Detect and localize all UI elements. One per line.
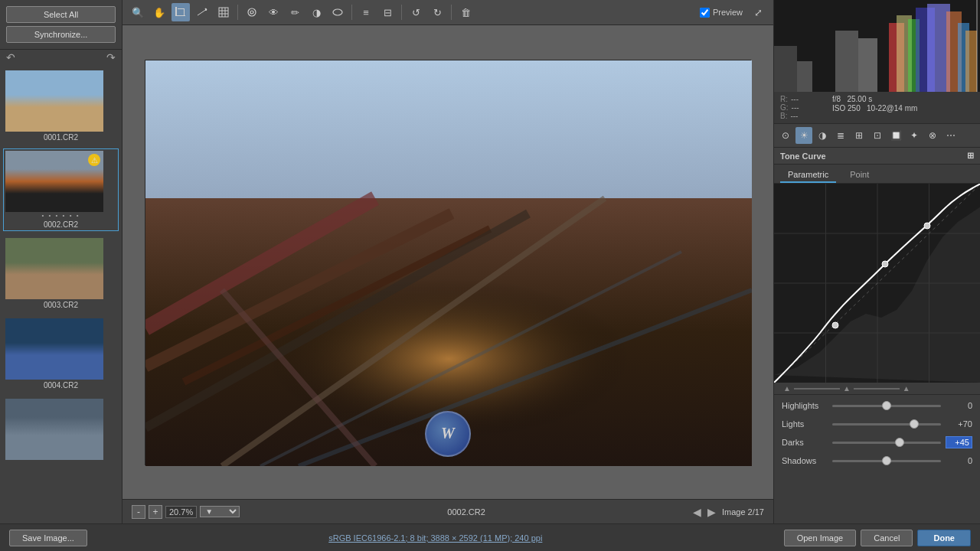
basic-tool-btn[interactable]: ☀ [795,127,812,144]
open-image-button[interactable]: Open Image [784,530,857,546]
svg-rect-2 [219,8,228,17]
svg-rect-23 [797,61,812,92]
shadows-track [832,460,941,462]
tab-point[interactable]: Point [842,168,877,183]
toolbar: 🔍 ✋ 👁 ✏ ◑ [122,0,773,25]
zoom-tool-btn[interactable]: 🔍 [129,3,147,21]
range-right-handle[interactable]: ▲ [903,384,910,393]
rotate-cw-btn[interactable]: ↻ [428,3,446,21]
cancel-button[interactable]: Cancel [861,530,913,546]
app-container: Select All Synchronize... ↶ ↷ 0001.CR2 ⚠ [0,0,980,551]
trash-btn[interactable]: 🗑 [456,3,475,21]
svg-rect-33 [965,31,977,92]
lights-track-container[interactable] [832,418,941,430]
thumbnail-area: 0001.CR2 ⚠ • • • • • • 0002.CR2 0003.CR2 [0,65,122,523]
histogram-area [774,0,980,92]
histogram-tool-btn[interactable]: ⊙ [777,127,794,144]
rotate-left-icon[interactable]: ↶ [6,51,15,64]
sync-button[interactable]: Synchronize... [6,26,116,43]
shadows-value: 0 [946,456,972,465]
zoom-in-btn[interactable]: + [149,505,162,519]
split-toning-btn[interactable]: ⊡ [869,127,886,144]
range-left-handle[interactable]: ▲ [783,384,791,393]
lens-corrections-btn[interactable]: 🔲 [887,127,904,144]
camera-calibration-btn[interactable]: ⊗ [924,127,941,144]
histogram-svg [774,0,980,92]
transform-tool-btn[interactable] [214,3,233,21]
presets-btn[interactable]: ⋯ [942,127,959,144]
svg-point-9 [333,9,342,15]
shadows-thumb[interactable] [882,456,891,465]
done-button[interactable]: Done [917,530,971,546]
preview-label[interactable]: Preview [700,8,743,18]
adjustment-brush-btn[interactable]: ✏ [286,3,304,21]
select-all-button[interactable]: Select All [6,6,116,23]
lens: 10-22@14 mm [867,104,917,112]
spot-removal-btn[interactable] [243,3,261,21]
logo-text: W [441,425,455,442]
shadows-track-container[interactable] [832,455,941,467]
graduated-filter-btn[interactable]: ◑ [307,3,325,21]
left-panel-icons: ↶ ↷ [0,49,122,65]
rgb-values: R: --- G: --- B: --- [780,95,826,120]
list-view-btn[interactable]: ≡ [357,3,375,21]
thumbnail-item-4[interactable]: 0004.CR2 [3,316,119,392]
preview-area: W [122,25,773,499]
hand-tool-btn[interactable]: ✋ [150,3,168,21]
r-value: --- [791,95,799,103]
effects-btn[interactable]: ✦ [906,127,923,144]
svg-rect-25 [858,38,877,92]
b-label: B: [780,112,787,120]
compare-view-btn[interactable]: ⊟ [378,3,397,21]
lights-thumb[interactable] [910,419,919,429]
tone-curve-header: Tone Curve ⊞ [774,148,980,165]
range-mid-handle[interactable]: ▲ [843,384,851,393]
save-image-button[interactable]: Save Image... [9,530,87,546]
tab-parametric[interactable]: Parametric [780,168,836,183]
highlights-track-container[interactable] [832,399,941,412]
thumbnail-item-1[interactable]: 0001.CR2 [3,68,119,144]
thumbnail-item-5[interactable] [3,396,119,464]
svg-point-44 [882,261,888,267]
fullscreen-btn[interactable]: ⤢ [749,3,767,21]
tone-curve-tool-btn[interactable]: ◑ [814,127,831,144]
redeye-btn[interactable]: 👁 [264,3,283,21]
zoom-dropdown[interactable]: ▼ Fit 100% 200% [200,506,240,517]
iso-lens: ISO 250 10-22@14 mm [832,104,917,112]
thumb-dots-2: • • • • • • [5,212,116,219]
rotate-ccw-btn[interactable]: ↺ [407,3,425,21]
thumb-label-4: 0004.CR2 [5,381,116,390]
hsl-tool-btn[interactable]: ⊞ [851,127,867,144]
nav-prev-arrow[interactable]: ◀ [693,506,701,518]
shadows-label: Shadows [782,456,828,465]
expand-icon[interactable]: ⊞ [967,151,974,161]
radial-filter-btn[interactable] [328,3,347,21]
logo-watermark: W [425,411,471,457]
main-image: W [145,60,751,465]
straighten-tool-btn[interactable] [193,3,211,21]
nav-next-arrow[interactable]: ▶ [707,506,716,518]
darks-label: Darks [782,438,828,447]
preview-checkbox[interactable] [700,8,710,18]
thumbnail-item-2[interactable]: ⚠ • • • • • • 0002.CR2 [3,148,119,231]
thumb-label-3: 0003.CR2 [5,301,116,309]
g-label: G: [780,103,789,112]
thumb-img-2: ⚠ [5,151,103,212]
thumbnail-item-3[interactable]: 0003.CR2 [3,236,119,311]
app-footer: Save Image... sRGB IEC61966-2.1; 8 bit; … [0,523,980,551]
curve-range-container: ▲ ▲ ▲ [783,384,910,393]
detail-tool-btn[interactable]: ≣ [832,127,849,144]
sliders-section: Highlights 0 Lights [774,395,980,523]
zoom-out-btn[interactable]: - [132,505,145,519]
lights-value: +70 [946,419,972,429]
tone-curve-area [774,184,980,383]
darks-thumb[interactable] [895,438,904,447]
highlights-thumb[interactable] [882,401,891,410]
b-row: B: --- [780,112,826,120]
logo-circle: W [425,411,471,457]
rotate-right-icon[interactable]: ↷ [106,51,116,64]
darks-value[interactable]: +45 [946,436,972,448]
darks-track-container[interactable] [832,436,941,448]
crop-tool-btn[interactable] [172,3,190,21]
svg-point-7 [248,8,256,16]
